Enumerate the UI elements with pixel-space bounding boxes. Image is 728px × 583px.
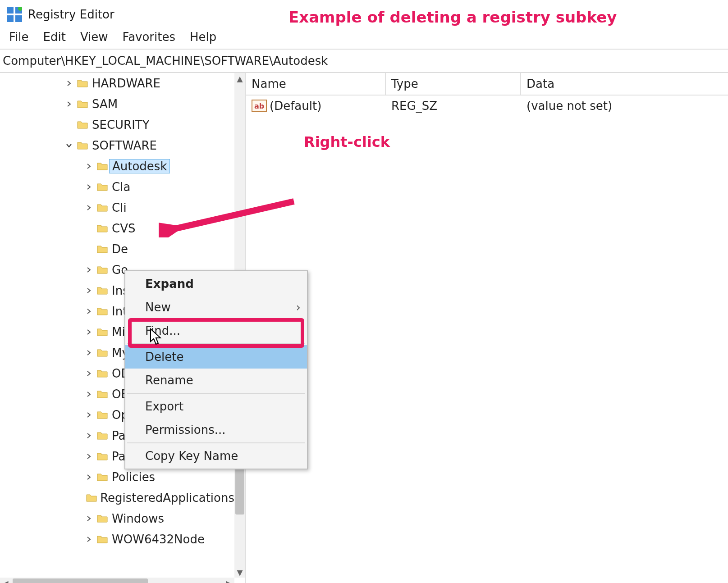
chevron-right-icon[interactable] — [82, 163, 96, 169]
tree-item-label: Cla — [109, 180, 130, 194]
scroll-thumb[interactable] — [13, 578, 148, 583]
value-type-cell: REG_SZ — [386, 99, 521, 113]
tree-item-label: HARDWARE — [89, 77, 160, 90]
svg-rect-2 — [7, 15, 14, 22]
folder-icon — [96, 431, 109, 440]
column-name[interactable]: Name — [246, 73, 386, 95]
tree-item[interactable]: SECURITY — [0, 114, 234, 135]
address-text: Computer\HKEY_LOCAL_MACHINE\SOFTWARE\Aut… — [3, 54, 328, 68]
tree-item-label: De — [109, 242, 128, 256]
menu-view[interactable]: View — [73, 28, 115, 46]
scroll-right-icon[interactable]: ▸ — [224, 578, 234, 583]
scroll-down-icon[interactable]: ▾ — [234, 567, 245, 578]
list-header: Name Type Data — [246, 73, 728, 96]
folder-icon — [96, 410, 109, 419]
menu-favorites[interactable]: Favorites — [115, 28, 183, 46]
chevron-right-icon[interactable] — [62, 101, 76, 107]
tree-item[interactable]: RegisteredApplications — [0, 487, 234, 508]
folder-icon — [76, 120, 89, 129]
tree-item[interactable]: WOW6432Node — [0, 529, 234, 550]
folder-icon — [96, 473, 109, 482]
folder-icon — [76, 79, 89, 88]
context-copy-key-name[interactable]: Copy Key Name — [125, 444, 307, 468]
chevron-right-icon[interactable] — [82, 205, 96, 211]
chevron-right-icon[interactable] — [82, 287, 96, 294]
tree-item-label: Cli — [109, 201, 127, 214]
svg-rect-3 — [15, 15, 22, 22]
folder-icon — [96, 390, 109, 399]
chevron-right-icon[interactable] — [82, 370, 96, 377]
menu-file[interactable]: File — [2, 28, 36, 46]
menu-help[interactable]: Help — [183, 28, 224, 46]
address-bar[interactable]: Computer\HKEY_LOCAL_MACHINE\SOFTWARE\Aut… — [0, 50, 728, 73]
value-data-cell: (value not set) — [521, 99, 728, 113]
tree-item[interactable]: HARDWARE — [0, 73, 234, 94]
column-data[interactable]: Data — [521, 73, 728, 95]
chevron-right-icon[interactable] — [82, 474, 96, 480]
folder-icon — [96, 307, 109, 316]
menu-edit[interactable]: Edit — [36, 28, 73, 46]
title-bar: Registry Editor — [0, 0, 728, 27]
context-delete[interactable]: Delete — [125, 345, 307, 369]
column-type[interactable]: Type — [386, 73, 521, 95]
context-find[interactable]: Find... — [125, 319, 307, 342]
tree-item[interactable]: CVS — [0, 218, 234, 239]
svg-rect-0 — [7, 7, 14, 14]
value-row[interactable]: ab (Default) REG_SZ (value not set) — [246, 96, 728, 116]
chevron-right-icon[interactable] — [82, 267, 96, 273]
chevron-right-icon[interactable] — [82, 433, 96, 439]
tree-horizontal-scrollbar[interactable]: ◂ ▸ — [0, 578, 234, 583]
chevron-right-icon[interactable] — [82, 308, 96, 314]
context-new[interactable]: New › — [125, 296, 307, 319]
chevron-right-icon[interactable] — [82, 184, 96, 190]
menu-bar: File Edit View Favorites Help — [0, 27, 728, 50]
context-export[interactable]: Export — [125, 395, 307, 418]
folder-icon — [96, 286, 109, 295]
context-permissions[interactable]: Permissions... — [125, 418, 307, 442]
string-value-icon: ab — [252, 100, 267, 112]
tree-item[interactable]: Cla — [0, 177, 234, 197]
tree-item[interactable]: Autodesk — [0, 156, 234, 177]
tree-item[interactable]: SAM — [0, 94, 234, 114]
tree-item[interactable]: SOFTWARE — [0, 135, 234, 156]
chevron-right-icon: › — [296, 301, 301, 314]
chevron-right-icon[interactable] — [82, 536, 96, 542]
folder-icon — [96, 514, 109, 523]
context-new-label: New — [145, 301, 171, 314]
chevron-right-icon[interactable] — [82, 391, 96, 397]
folder-icon — [85, 493, 97, 502]
folder-icon — [76, 100, 89, 109]
chevron-right-icon[interactable] — [82, 453, 96, 460]
folder-icon — [96, 452, 109, 461]
context-expand[interactable]: Expand — [125, 272, 307, 296]
tree-item-label: SOFTWARE — [89, 139, 157, 152]
tree-item-label: Policies — [109, 470, 155, 484]
app-title: Registry Editor — [28, 8, 114, 21]
tree-item[interactable]: Cli — [0, 197, 234, 218]
tree-item-label: WOW6432Node — [109, 533, 205, 546]
chevron-right-icon[interactable] — [82, 412, 96, 418]
folder-icon — [76, 141, 89, 150]
chevron-right-icon[interactable] — [62, 80, 76, 87]
separator — [127, 343, 305, 344]
context-menu: Expand New › Find... Delete Rename Expor… — [124, 270, 308, 469]
folder-icon — [96, 265, 109, 274]
folder-icon — [96, 224, 109, 233]
tree-item[interactable]: De — [0, 239, 234, 260]
folder-icon — [96, 162, 109, 171]
chevron-right-icon[interactable] — [82, 350, 96, 356]
value-name: (Default) — [270, 99, 321, 113]
chevron-right-icon[interactable] — [82, 515, 96, 522]
scroll-up-icon[interactable]: ▴ — [234, 73, 245, 84]
separator — [127, 442, 305, 443]
scroll-left-icon[interactable]: ◂ — [0, 578, 11, 583]
registry-editor-window: Registry Editor File Edit View Favorites… — [0, 0, 728, 583]
context-rename[interactable]: Rename — [125, 369, 307, 392]
tree-item[interactable]: Windows — [0, 508, 234, 529]
tree-item[interactable]: Policies — [0, 467, 234, 487]
tree-item-label: Autodesk — [109, 159, 170, 173]
chevron-down-icon[interactable] — [62, 142, 76, 149]
tree-item-label: CVS — [109, 222, 135, 235]
folder-icon — [96, 245, 109, 254]
chevron-right-icon[interactable] — [82, 329, 96, 335]
